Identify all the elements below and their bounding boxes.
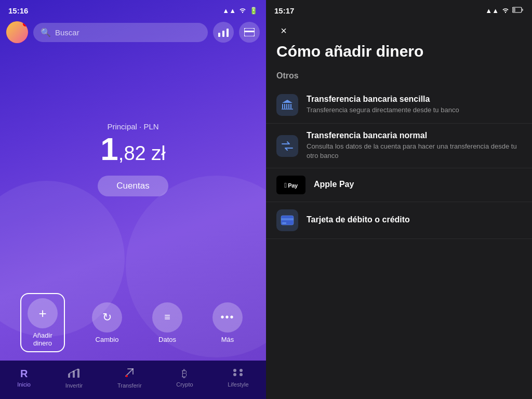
plus-icon: + xyxy=(38,305,46,322)
search-icon: 🔍 xyxy=(41,28,51,37)
option-transferencia-sencilla[interactable]: Transferencia bancaria sencilla Transfer… xyxy=(266,87,532,124)
time-right: 15:17 xyxy=(274,6,294,15)
svg-rect-20 xyxy=(290,104,291,109)
option-transferencia-normal[interactable]: Transferencia bancaria normal Consulta l… xyxy=(266,124,532,168)
balance-decimal: ,82 zł xyxy=(118,142,166,164)
status-bar-right: 15:17 ▲▲ xyxy=(266,0,532,17)
svg-rect-14 xyxy=(513,8,515,12)
signal-icon-right: ▲▲ xyxy=(485,7,499,15)
avatar[interactable] xyxy=(6,21,28,43)
transferencia-normal-desc: Consulta los datos de la cuenta para hac… xyxy=(307,142,522,161)
tab-invertir-label: Invertir xyxy=(65,382,83,389)
right-panel: 15:17 ▲▲ × Cómo añadir dinero Otros xyxy=(266,0,532,399)
transferir-icon xyxy=(124,367,135,381)
svg-rect-0 xyxy=(218,33,220,37)
transfer-arrows-icon xyxy=(276,135,298,157)
svg-rect-23 xyxy=(282,222,286,224)
tarjeta-text: Tarjeta de débito o crédito xyxy=(307,215,410,226)
balance-integer: 1 xyxy=(100,131,118,167)
wifi-icon xyxy=(238,7,247,15)
battery-icon: 🔋 xyxy=(249,7,258,15)
option-tarjeta[interactable]: Tarjeta de débito o crédito xyxy=(266,202,532,239)
svg-rect-2 xyxy=(227,29,229,37)
cuentas-button[interactable]: Cuentas xyxy=(98,176,168,196)
add-money-circle: + xyxy=(28,298,58,328)
action-datos[interactable]: ≡ Datos xyxy=(149,302,185,343)
tab-crypto-label: Crypto xyxy=(176,381,193,388)
status-icons-right: ▲▲ xyxy=(485,7,524,15)
svg-rect-1 xyxy=(222,31,224,37)
transferencia-sencilla-desc: Transferencia segura directamente desde … xyxy=(307,105,459,115)
signal-icon: ▲▲ xyxy=(222,7,236,15)
tab-lifestyle-label: Lifestyle xyxy=(228,381,248,388)
time-left: 15:16 xyxy=(8,6,28,15)
cambio-circle: ↻ xyxy=(92,302,122,332)
apple-pay-text:  Pay xyxy=(284,181,298,189)
svg-point-9 xyxy=(233,369,236,372)
balance-section: Principal · PLN 1,82 zł Cuentas xyxy=(0,47,266,287)
wifi-icon-right xyxy=(501,7,510,15)
tab-inicio-label: Inicio xyxy=(17,381,31,388)
datos-label: Datos xyxy=(158,336,176,343)
tab-lifestyle[interactable]: Lifestyle xyxy=(222,366,254,390)
close-button[interactable]: × xyxy=(274,21,293,40)
left-panel: 15:16 ▲▲ 🔋 🔍 Buscar xyxy=(0,0,266,399)
status-icons-left: ▲▲ 🔋 xyxy=(222,7,258,15)
bank-icon xyxy=(276,94,298,116)
svg-rect-17 xyxy=(284,104,285,109)
card-option-icon xyxy=(276,209,298,231)
apple-pay-text-block: Apple Pay xyxy=(314,180,354,191)
top-bar: 🔍 Buscar xyxy=(0,17,266,47)
balance-amount: 1,82 zł xyxy=(100,133,165,165)
svg-point-12 xyxy=(240,373,243,376)
svg-point-10 xyxy=(240,369,243,372)
svg-rect-4 xyxy=(244,31,255,32)
apple-pay-logo:  Pay xyxy=(276,176,305,194)
tab-invertir[interactable]: Invertir xyxy=(60,365,88,391)
tab-transferir-label: Transferir xyxy=(117,382,142,389)
svg-rect-5 xyxy=(68,374,70,378)
transferencia-sencilla-title: Transferencia bancaria sencilla xyxy=(307,95,459,104)
battery-icon-right xyxy=(512,7,524,15)
svg-rect-6 xyxy=(73,371,75,378)
mas-label: Más xyxy=(221,336,234,343)
transferencia-normal-title: Transferencia bancaria normal xyxy=(307,131,522,140)
modal-title: Cómo añadir dinero xyxy=(266,42,532,71)
section-otros: Otros xyxy=(266,71,532,87)
transferencia-normal-text: Transferencia bancaria normal Consulta l… xyxy=(307,131,522,161)
action-mas[interactable]: ••• Más xyxy=(209,302,246,343)
lifestyle-icon xyxy=(232,368,244,380)
status-bar-left: 15:16 ▲▲ 🔋 xyxy=(0,0,266,17)
svg-rect-15 xyxy=(522,9,524,11)
revolut-icon: R xyxy=(20,368,28,380)
chart-icon-btn[interactable] xyxy=(213,22,234,43)
bitcoin-icon: ₿ xyxy=(182,368,187,380)
action-cambio[interactable]: ↻ Cambio xyxy=(89,302,125,343)
card-icon-btn[interactable] xyxy=(239,22,260,43)
tab-bar-left: R Inicio Invertir Tra xyxy=(0,361,266,399)
list-icon: ≡ xyxy=(164,311,170,323)
svg-rect-22 xyxy=(281,218,294,220)
svg-rect-7 xyxy=(77,369,79,378)
actions-row: + Añadirdinero ↻ Cambio ≡ Datos ••• Más xyxy=(0,287,266,361)
tab-inicio[interactable]: R Inicio xyxy=(12,366,36,390)
tab-transferir[interactable]: Transferir xyxy=(112,365,147,391)
cambio-label: Cambio xyxy=(96,336,119,343)
action-add-money[interactable]: + Añadirdinero xyxy=(20,293,65,352)
search-bar[interactable]: 🔍 Buscar xyxy=(33,23,208,42)
dots-icon: ••• xyxy=(220,311,234,323)
apple-pay-title: Apple Pay xyxy=(314,180,354,189)
tab-crypto[interactable]: ₿ Crypto xyxy=(171,366,198,390)
mas-circle: ••• xyxy=(212,302,243,332)
balance-label: Principal · PLN xyxy=(107,122,158,131)
svg-point-8 xyxy=(126,375,128,377)
transferencia-sencilla-text: Transferencia bancaria sencilla Transfer… xyxy=(307,95,459,115)
svg-rect-19 xyxy=(288,104,289,109)
option-apple-pay[interactable]:  Pay Apple Pay xyxy=(266,168,532,202)
svg-rect-18 xyxy=(286,104,287,109)
svg-point-11 xyxy=(233,373,236,376)
add-money-label: Añadirdinero xyxy=(33,331,52,347)
tarjeta-title: Tarjeta de débito o crédito xyxy=(307,215,410,224)
datos-circle: ≡ xyxy=(152,302,182,332)
refresh-icon: ↻ xyxy=(102,311,112,324)
